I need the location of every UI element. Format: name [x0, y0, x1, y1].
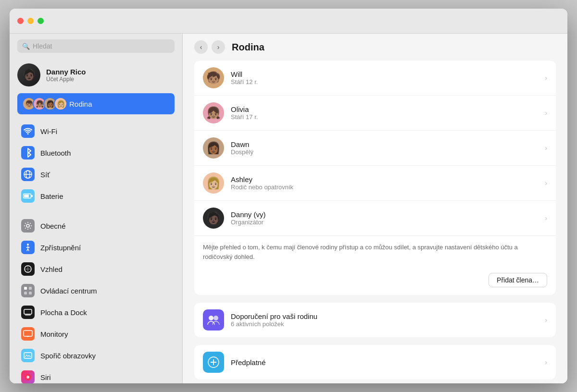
chevron-icon-olivia: ›	[545, 109, 547, 117]
sidebar-item-bluetooth[interactable]: Bluetooth	[13, 142, 178, 163]
sidebar-item-battery[interactable]: Baterie	[13, 185, 178, 207]
member-avatar-dawn: 👩🏾	[203, 137, 224, 159]
member-role-ashley: Rodič nebo opatrovník	[231, 184, 538, 191]
accessibility-icon	[21, 241, 35, 254]
appearance-icon	[21, 262, 35, 276]
member-row-dawn[interactable]: 👩🏾 Dawn Dospělý ›	[194, 131, 556, 166]
family-members-card: 🧒🏽 Will Stáří 12 r. › 👧🏽 Olivia Stáří 17…	[194, 61, 556, 295]
member-row-olivia[interactable]: 👧🏽 Olivia Stáří 17 r. ›	[194, 96, 556, 131]
recommendation-row[interactable]: Doporučení pro vaši rodinu 6 aktivních p…	[194, 303, 556, 337]
member-role-danny: Organizátor	[231, 219, 538, 226]
screensaver-icon	[21, 349, 35, 362]
family-info-text: Mějte přehled o tom, k čemu mají členové…	[194, 236, 556, 268]
minimize-button[interactable]	[27, 18, 34, 24]
svg-point-22	[213, 316, 218, 320]
sidebar-item-label-wifi: Wi-Fi	[40, 127, 57, 135]
member-name-danny: Danny (vy)	[231, 210, 538, 219]
sidebar-item-control-center[interactable]: Ovládací centrum	[13, 280, 178, 301]
main-header: ‹ › Rodina	[183, 34, 567, 61]
subscription-row[interactable]: Předplatné ›	[194, 345, 556, 380]
sidebar-item-accessibility[interactable]: Zpřístupnění	[13, 237, 178, 258]
sidebar-item-dock[interactable]: Plocha a Dock	[13, 302, 178, 323]
forward-button[interactable]: ›	[212, 40, 225, 54]
bluetooth-icon	[21, 146, 35, 159]
subscription-name: Předplatné	[231, 358, 538, 367]
page-title: Rodina	[232, 42, 264, 53]
svg-rect-14	[25, 314, 31, 316]
sidebar-item-siri[interactable]: Siri	[13, 367, 178, 383]
main-window: 🔍 Hledat 🧑🏿 Danny Rico Účet Apple 👦🏽 👧🏽	[10, 9, 567, 383]
chevron-icon-will: ›	[545, 74, 547, 82]
member-row-danny[interactable]: 🧑🏿 Danny (vy) Organizátor ›	[194, 201, 556, 236]
svg-point-7	[27, 244, 29, 245]
chevron-icon-subscription: ›	[545, 358, 547, 366]
recommendation-name: Doporučení pro vaši rodinu	[231, 312, 538, 320]
add-member-section: Přidat člena…	[194, 268, 556, 295]
displays-icon	[21, 327, 35, 341]
sidebar-item-label-displays: Monitory	[40, 330, 68, 338]
dock-icon	[21, 306, 35, 319]
family-label: Rodina	[69, 100, 92, 108]
svg-point-6	[26, 224, 29, 227]
sidebar-item-label-network: Síť	[40, 171, 50, 179]
recommendation-subtitle: 6 aktivních položek	[231, 320, 538, 328]
member-avatar-danny: 🧑🏿	[203, 208, 224, 229]
search-icon: 🔍	[22, 43, 30, 50]
sidebar-item-label-battery: Baterie	[40, 192, 63, 200]
svg-rect-4	[24, 195, 29, 197]
member-role-dawn: Dospělý	[231, 148, 538, 156]
svg-rect-12	[29, 292, 32, 294]
sidebar-item-displays[interactable]: Monitory	[13, 323, 178, 344]
search-placeholder: Hledat	[33, 42, 52, 50]
member-name-olivia: Olivia	[231, 105, 538, 113]
sidebar-item-screensaver[interactable]: Spořič obrazovky	[13, 345, 178, 366]
svg-point-21	[209, 316, 213, 320]
chevron-icon-recommendation: ›	[545, 316, 547, 324]
member-row-ashley[interactable]: 👩🏼 Ashley Rodič nebo opatrovník ›	[194, 166, 556, 201]
battery-icon	[21, 189, 35, 203]
traffic-lights	[17, 18, 44, 24]
main-scroll-area: 🧒🏽 Will Stáří 12 r. › 👧🏽 Olivia Stáří 17…	[183, 61, 567, 383]
avatar: 🧑🏿	[17, 63, 40, 86]
sidebar-item-label-dock: Plocha a Dock	[40, 308, 87, 317]
recommendation-card: Doporučení pro vaši rodinu 6 aktivních p…	[194, 303, 556, 337]
member-row-will[interactable]: 🧒🏽 Will Stáří 12 r. ›	[194, 61, 556, 96]
chevron-icon-dawn: ›	[545, 144, 547, 152]
member-name-will: Will	[231, 70, 538, 78]
member-role-will: Stáří 12 r.	[231, 78, 538, 86]
family-avatar-4: 👩🏼	[54, 97, 67, 110]
close-button[interactable]	[17, 18, 24, 24]
svg-point-20	[26, 376, 29, 379]
titlebar	[10, 9, 567, 34]
wifi-icon	[21, 124, 35, 138]
sidebar-item-label-control: Ovládací centrum	[40, 287, 97, 295]
control-center-icon	[21, 284, 35, 297]
svg-rect-15	[24, 331, 32, 336]
svg-rect-5	[31, 195, 33, 197]
svg-rect-13	[24, 309, 32, 314]
sidebar-item-family[interactable]: 👦🏽 👧🏽 👩🏾 👩🏼 Rodina	[17, 93, 175, 114]
recommendation-icon	[203, 309, 224, 331]
chevron-icon-ashley: ›	[545, 179, 547, 187]
member-avatar-ashley: 👩🏼	[203, 172, 224, 194]
back-button[interactable]: ‹	[194, 40, 208, 54]
sidebar-item-label-bluetooth: Bluetooth	[40, 149, 71, 157]
sidebar-item-general[interactable]: Obecné	[13, 215, 178, 236]
maximize-button[interactable]	[38, 18, 44, 24]
svg-rect-11	[24, 292, 27, 294]
member-avatar-olivia: 👧🏽	[203, 102, 224, 123]
sidebar-item-wifi[interactable]: Wi-Fi	[13, 121, 178, 142]
main-content: ‹ › Rodina 🧒🏽 Will Stáří 12 r. ›	[183, 34, 567, 383]
sidebar-item-label-appearance: Vzhled	[40, 265, 63, 273]
family-avatars: 👦🏽 👧🏽 👩🏾 👩🏼	[22, 97, 64, 110]
sidebar-item-appearance[interactable]: Vzhled	[13, 258, 178, 280]
member-name-ashley: Ashley	[231, 175, 538, 184]
profile-section[interactable]: 🧑🏿 Danny Rico Účet Apple	[10, 59, 182, 91]
profile-name: Danny Rico	[46, 68, 86, 76]
search-bar[interactable]: 🔍 Hledat	[17, 39, 175, 53]
sidebar-item-network[interactable]: Síť	[13, 164, 178, 185]
chevron-icon-danny: ›	[545, 214, 547, 222]
sidebar-group-network: Wi-Fi Bluetooth	[10, 120, 182, 207]
add-member-button[interactable]: Přidat člena…	[489, 273, 547, 287]
sidebar-item-label-general: Obecné	[40, 222, 66, 230]
